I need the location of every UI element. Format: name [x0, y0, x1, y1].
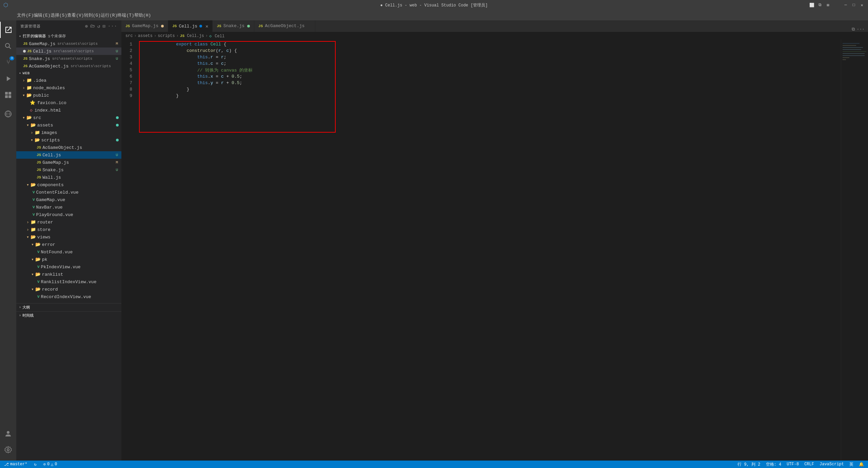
split-editor-icon[interactable]: ⧉ [852, 27, 855, 32]
close-button[interactable]: ✕ [859, 2, 865, 8]
file-snake-js[interactable]: JS Snake.js U [16, 166, 121, 174]
menu-edit[interactable]: 编辑(E) [34, 12, 50, 18]
split-icon[interactable]: ⧉ [817, 2, 823, 8]
open-editors-section[interactable]: ▾ 打开的编辑器 1个未保存 [16, 32, 121, 40]
folder-views[interactable]: ▾ 📂 views [16, 233, 121, 241]
tab-snake[interactable]: JS Snake.js [213, 20, 254, 32]
status-language[interactable]: JavaScript [818, 462, 845, 467]
layout-icon[interactable]: ⬜ [809, 2, 814, 8]
activity-account[interactable] [0, 425, 16, 442]
file-cell-js[interactable]: JS Cell.js U [16, 151, 121, 159]
timeline-section[interactable]: › 时间线 [16, 311, 121, 319]
web-section[interactable]: ▾ WEB [16, 70, 121, 77]
grid-icon[interactable]: ⊞ [825, 2, 831, 8]
maximize-button[interactable]: □ [851, 2, 856, 8]
folder-pk[interactable]: ▾ 📂 pk [16, 256, 121, 263]
status-branch[interactable]: ⎇ master* [3, 462, 28, 467]
status-encoding[interactable]: UTF-8 [785, 462, 800, 467]
file-navbar-vue[interactable]: V NavBar.vue [16, 203, 121, 211]
tab-cell[interactable]: JS Cell.js ✕ [168, 20, 213, 32]
activity-remote[interactable] [0, 106, 16, 122]
breadcrumb-src[interactable]: src [125, 34, 133, 38]
tab-cell-modified [199, 25, 202, 27]
minimize-button[interactable]: ─ [843, 2, 848, 8]
svg-rect-4 [5, 95, 8, 98]
folder-assets[interactable]: ▾ 📂 assets [16, 121, 121, 129]
menu-help[interactable]: 帮助(H) [134, 12, 151, 18]
menu-goto[interactable]: 转到(G) [84, 12, 101, 18]
breadcrumb-assets[interactable]: assets [138, 34, 153, 38]
menu-terminal[interactable]: 终端(T) [117, 12, 134, 18]
folder-ranklist[interactable]: ▾ 📂 ranklist [16, 271, 121, 278]
folder-components[interactable]: ▾ 📂 components [16, 181, 121, 189]
file-gamemap-js[interactable]: JS GameMap.js M [16, 159, 121, 166]
status-position[interactable]: 行 9, 列 2 [736, 462, 762, 467]
activity-settings[interactable] [0, 442, 16, 458]
js-icon: JS [23, 57, 27, 61]
menu-view[interactable]: 查看(V) [67, 12, 84, 18]
language-text: JavaScript [820, 462, 844, 467]
file-acgameobject[interactable]: JS AcGameObject.js [16, 144, 121, 151]
status-eol[interactable]: CRLF [803, 462, 815, 467]
file-recordindexview-vue[interactable]: V RecordIndexView.vue [16, 293, 121, 300]
open-file-acgameobject[interactable]: JS AcGameObject.js src\assets\scripts [16, 62, 121, 70]
breadcrumb-celljs[interactable]: JS Cell.js [180, 34, 204, 38]
folder-router[interactable]: › 📁 router [16, 218, 121, 226]
folder-idea[interactable]: › 📁 .idea [16, 77, 121, 84]
editor-content[interactable]: 1 export class Cell { 2 constructor(r, c… [121, 40, 841, 461]
chevron-ranklist: ▾ [31, 272, 34, 277]
file-contentfield-vue[interactable]: V ContentField.vue [16, 189, 121, 196]
menu-run[interactable]: 运行(R) [101, 12, 117, 18]
svg-rect-2 [5, 92, 8, 95]
activity-search[interactable] [0, 38, 16, 54]
status-sync[interactable]: ↻ [33, 462, 38, 467]
activity-extensions[interactable] [0, 87, 16, 103]
open-file-snake[interactable]: JS Snake.js src\assets\scripts U [16, 55, 121, 62]
file-wall-js[interactable]: JS Wall.js [16, 174, 121, 181]
folder-images[interactable]: › 📁 images [16, 129, 121, 136]
activity-explorer[interactable] [0, 22, 16, 38]
status-notification[interactable]: 🔔 [857, 462, 865, 467]
chevron-router: › [26, 220, 29, 225]
refresh-icon[interactable]: ↺ [97, 23, 100, 29]
status-errors[interactable]: ⊘ 0 △ 0 [42, 462, 59, 467]
menu-selection[interactable]: 选择(S) [51, 12, 67, 18]
folder-error[interactable]: ▾ 📂 error [16, 241, 121, 248]
file-favicon[interactable]: ⭐ favicon.ico [16, 99, 121, 106]
folder-record[interactable]: ▾ 📂 record [16, 286, 121, 293]
tab-bar-actions: ⧉ ··· [848, 27, 868, 32]
open-file-gamemap[interactable]: JS GameMap.js src\assets\scripts M [16, 40, 121, 47]
status-spaces[interactable]: 空格: 4 [765, 462, 783, 467]
folder-record-icon: 📂 [35, 287, 41, 292]
file-pkindexview-vue[interactable]: V PkIndexView.vue [16, 263, 121, 271]
file-notfound-vue[interactable]: V NotFound.vue [16, 248, 121, 256]
folder-images-name: images [41, 130, 57, 135]
more-actions-icon[interactable]: ··· [108, 23, 117, 29]
tab-gamemap[interactable]: JS GameMap.js [121, 20, 168, 32]
new-file-icon[interactable]: ⊕ [85, 23, 88, 29]
status-ime[interactable]: 英 [848, 462, 855, 467]
folder-store[interactable]: › 📁 store [16, 226, 121, 233]
file-index-html-name: index.html [35, 108, 61, 113]
breadcrumb-cell-class[interactable]: ◇ Cell [209, 34, 224, 39]
folder-public[interactable]: ▾ 📂 public [16, 92, 121, 99]
folder-node-modules[interactable]: › 📁 node_modules [16, 84, 121, 92]
line-content-9: } [138, 88, 179, 103]
open-file-cell[interactable]: JS Cell.js src\assets\scripts U [16, 47, 121, 55]
new-folder-icon[interactable]: 🗁 [90, 23, 95, 29]
file-gamemap-vue[interactable]: V GameMap.vue [16, 196, 121, 203]
tab-acgameobject[interactable]: JS AcGameObject.js ✕ [254, 20, 315, 32]
folder-scripts[interactable]: ▾ 📂 scripts [16, 136, 121, 144]
tab-cell-close[interactable]: ✕ [205, 23, 208, 29]
activity-run[interactable] [0, 71, 16, 87]
file-playground-vue[interactable]: V PlayGround.vue [16, 211, 121, 218]
file-ranklistindexview-vue[interactable]: V RanklistIndexView.vue [16, 278, 121, 286]
file-index-html[interactable]: ◇ index.html [16, 106, 121, 114]
menu-file[interactable]: 文件(F) [17, 12, 34, 18]
activity-source-control[interactable]: ⑂ 3 [0, 54, 16, 71]
breadcrumb-scripts[interactable]: scripts [158, 34, 175, 38]
collapse-all-icon[interactable]: ⊟ [102, 23, 105, 29]
outline-section[interactable]: › 大纲 [16, 303, 121, 311]
more-tabs-icon[interactable]: ··· [857, 27, 865, 32]
folder-src[interactable]: ▾ 📂 src [16, 114, 121, 121]
